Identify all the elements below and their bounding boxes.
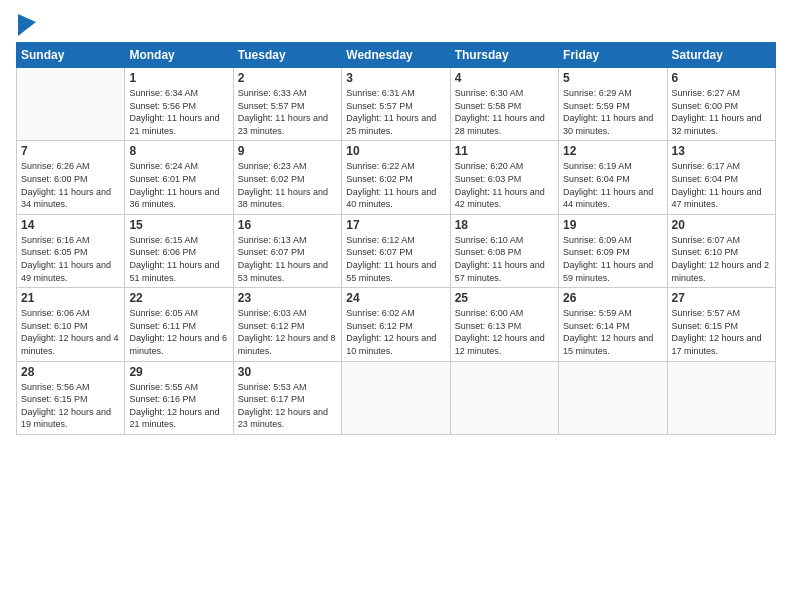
day-info: Sunrise: 6:02 AMSunset: 6:12 PMDaylight:… <box>346 307 445 357</box>
day-info: Sunrise: 6:24 AMSunset: 6:01 PMDaylight:… <box>129 160 228 210</box>
day-info: Sunrise: 5:53 AMSunset: 6:17 PMDaylight:… <box>238 381 337 431</box>
calendar-cell: 12Sunrise: 6:19 AMSunset: 6:04 PMDayligh… <box>559 141 667 214</box>
day-info: Sunrise: 6:26 AMSunset: 6:00 PMDaylight:… <box>21 160 120 210</box>
day-number: 5 <box>563 71 662 85</box>
weekday-header: Wednesday <box>342 43 450 68</box>
day-number: 27 <box>672 291 771 305</box>
day-info: Sunrise: 6:23 AMSunset: 6:02 PMDaylight:… <box>238 160 337 210</box>
calendar-cell: 30Sunrise: 5:53 AMSunset: 6:17 PMDayligh… <box>233 361 341 434</box>
calendar-cell: 15Sunrise: 6:15 AMSunset: 6:06 PMDayligh… <box>125 214 233 287</box>
day-number: 16 <box>238 218 337 232</box>
weekday-header: Tuesday <box>233 43 341 68</box>
day-info: Sunrise: 6:31 AMSunset: 5:57 PMDaylight:… <box>346 87 445 137</box>
day-number: 15 <box>129 218 228 232</box>
day-number: 26 <box>563 291 662 305</box>
day-number: 23 <box>238 291 337 305</box>
day-info: Sunrise: 6:17 AMSunset: 6:04 PMDaylight:… <box>672 160 771 210</box>
day-info: Sunrise: 6:03 AMSunset: 6:12 PMDaylight:… <box>238 307 337 357</box>
calendar-cell <box>667 361 775 434</box>
day-info: Sunrise: 6:16 AMSunset: 6:05 PMDaylight:… <box>21 234 120 284</box>
day-number: 20 <box>672 218 771 232</box>
day-number: 25 <box>455 291 554 305</box>
logo <box>16 16 36 36</box>
calendar-week-row: 21Sunrise: 6:06 AMSunset: 6:10 PMDayligh… <box>17 288 776 361</box>
day-info: Sunrise: 6:10 AMSunset: 6:08 PMDaylight:… <box>455 234 554 284</box>
calendar-cell: 4Sunrise: 6:30 AMSunset: 5:58 PMDaylight… <box>450 68 558 141</box>
calendar-cell: 21Sunrise: 6:06 AMSunset: 6:10 PMDayligh… <box>17 288 125 361</box>
day-info: Sunrise: 6:09 AMSunset: 6:09 PMDaylight:… <box>563 234 662 284</box>
calendar-table: SundayMondayTuesdayWednesdayThursdayFrid… <box>16 42 776 435</box>
day-info: Sunrise: 6:12 AMSunset: 6:07 PMDaylight:… <box>346 234 445 284</box>
day-info: Sunrise: 6:33 AMSunset: 5:57 PMDaylight:… <box>238 87 337 137</box>
calendar-cell: 2Sunrise: 6:33 AMSunset: 5:57 PMDaylight… <box>233 68 341 141</box>
calendar-week-row: 28Sunrise: 5:56 AMSunset: 6:15 PMDayligh… <box>17 361 776 434</box>
logo-icon <box>18 14 36 36</box>
day-info: Sunrise: 6:07 AMSunset: 6:10 PMDaylight:… <box>672 234 771 284</box>
weekday-header: Friday <box>559 43 667 68</box>
svg-marker-0 <box>18 14 36 36</box>
calendar-cell: 18Sunrise: 6:10 AMSunset: 6:08 PMDayligh… <box>450 214 558 287</box>
calendar-cell: 9Sunrise: 6:23 AMSunset: 6:02 PMDaylight… <box>233 141 341 214</box>
weekday-header: Thursday <box>450 43 558 68</box>
day-number: 13 <box>672 144 771 158</box>
day-number: 2 <box>238 71 337 85</box>
calendar-cell: 6Sunrise: 6:27 AMSunset: 6:00 PMDaylight… <box>667 68 775 141</box>
calendar-cell: 22Sunrise: 6:05 AMSunset: 6:11 PMDayligh… <box>125 288 233 361</box>
day-info: Sunrise: 6:20 AMSunset: 6:03 PMDaylight:… <box>455 160 554 210</box>
calendar-week-row: 14Sunrise: 6:16 AMSunset: 6:05 PMDayligh… <box>17 214 776 287</box>
day-info: Sunrise: 6:00 AMSunset: 6:13 PMDaylight:… <box>455 307 554 357</box>
day-number: 11 <box>455 144 554 158</box>
day-info: Sunrise: 6:30 AMSunset: 5:58 PMDaylight:… <box>455 87 554 137</box>
day-info: Sunrise: 6:19 AMSunset: 6:04 PMDaylight:… <box>563 160 662 210</box>
calendar-cell: 16Sunrise: 6:13 AMSunset: 6:07 PMDayligh… <box>233 214 341 287</box>
day-number: 6 <box>672 71 771 85</box>
calendar-cell: 7Sunrise: 6:26 AMSunset: 6:00 PMDaylight… <box>17 141 125 214</box>
day-number: 22 <box>129 291 228 305</box>
day-number: 9 <box>238 144 337 158</box>
calendar-cell: 23Sunrise: 6:03 AMSunset: 6:12 PMDayligh… <box>233 288 341 361</box>
day-number: 21 <box>21 291 120 305</box>
day-number: 17 <box>346 218 445 232</box>
calendar-cell: 24Sunrise: 6:02 AMSunset: 6:12 PMDayligh… <box>342 288 450 361</box>
day-number: 18 <box>455 218 554 232</box>
day-number: 19 <box>563 218 662 232</box>
calendar-cell: 28Sunrise: 5:56 AMSunset: 6:15 PMDayligh… <box>17 361 125 434</box>
weekday-header-row: SundayMondayTuesdayWednesdayThursdayFrid… <box>17 43 776 68</box>
day-number: 3 <box>346 71 445 85</box>
day-number: 8 <box>129 144 228 158</box>
calendar-cell: 20Sunrise: 6:07 AMSunset: 6:10 PMDayligh… <box>667 214 775 287</box>
day-number: 12 <box>563 144 662 158</box>
day-number: 24 <box>346 291 445 305</box>
calendar-week-row: 1Sunrise: 6:34 AMSunset: 5:56 PMDaylight… <box>17 68 776 141</box>
day-info: Sunrise: 5:55 AMSunset: 6:16 PMDaylight:… <box>129 381 228 431</box>
weekday-header: Monday <box>125 43 233 68</box>
day-info: Sunrise: 6:34 AMSunset: 5:56 PMDaylight:… <box>129 87 228 137</box>
header <box>16 12 776 36</box>
calendar-cell: 1Sunrise: 6:34 AMSunset: 5:56 PMDaylight… <box>125 68 233 141</box>
day-number: 28 <box>21 365 120 379</box>
day-number: 29 <box>129 365 228 379</box>
calendar-cell: 27Sunrise: 5:57 AMSunset: 6:15 PMDayligh… <box>667 288 775 361</box>
calendar-cell: 17Sunrise: 6:12 AMSunset: 6:07 PMDayligh… <box>342 214 450 287</box>
calendar-cell: 26Sunrise: 5:59 AMSunset: 6:14 PMDayligh… <box>559 288 667 361</box>
day-info: Sunrise: 5:56 AMSunset: 6:15 PMDaylight:… <box>21 381 120 431</box>
day-number: 14 <box>21 218 120 232</box>
day-info: Sunrise: 6:22 AMSunset: 6:02 PMDaylight:… <box>346 160 445 210</box>
day-info: Sunrise: 6:05 AMSunset: 6:11 PMDaylight:… <box>129 307 228 357</box>
calendar-cell: 19Sunrise: 6:09 AMSunset: 6:09 PMDayligh… <box>559 214 667 287</box>
calendar-cell: 14Sunrise: 6:16 AMSunset: 6:05 PMDayligh… <box>17 214 125 287</box>
day-info: Sunrise: 6:27 AMSunset: 6:00 PMDaylight:… <box>672 87 771 137</box>
day-info: Sunrise: 5:59 AMSunset: 6:14 PMDaylight:… <box>563 307 662 357</box>
calendar-cell <box>559 361 667 434</box>
calendar-cell <box>450 361 558 434</box>
calendar-cell: 11Sunrise: 6:20 AMSunset: 6:03 PMDayligh… <box>450 141 558 214</box>
calendar-cell <box>342 361 450 434</box>
calendar-cell: 13Sunrise: 6:17 AMSunset: 6:04 PMDayligh… <box>667 141 775 214</box>
day-info: Sunrise: 6:29 AMSunset: 5:59 PMDaylight:… <box>563 87 662 137</box>
day-number: 10 <box>346 144 445 158</box>
calendar-cell <box>17 68 125 141</box>
calendar-cell: 5Sunrise: 6:29 AMSunset: 5:59 PMDaylight… <box>559 68 667 141</box>
calendar-cell: 10Sunrise: 6:22 AMSunset: 6:02 PMDayligh… <box>342 141 450 214</box>
day-number: 1 <box>129 71 228 85</box>
weekday-header: Sunday <box>17 43 125 68</box>
